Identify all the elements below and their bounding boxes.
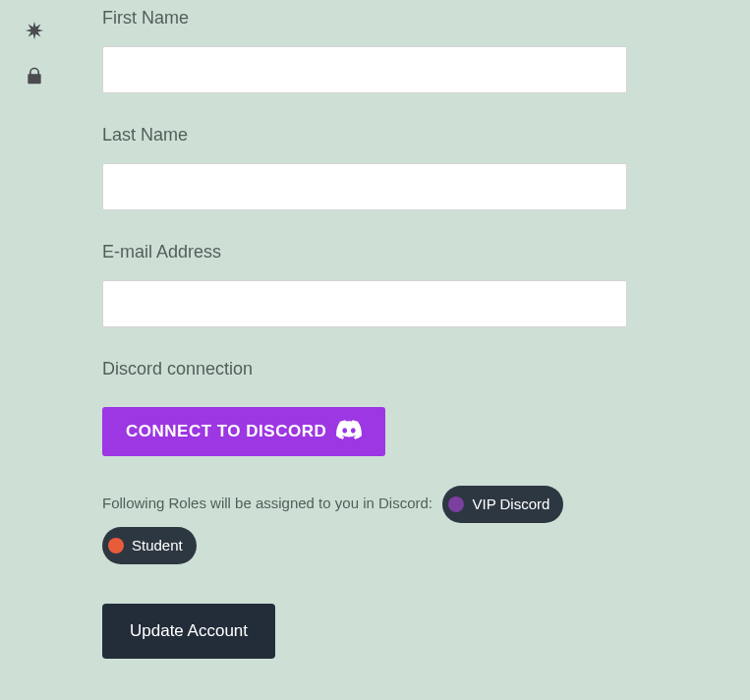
connect-discord-button[interactable]: CONNECT TO DISCORD <box>102 407 385 456</box>
role-dot <box>448 496 464 512</box>
connect-discord-label: CONNECT TO DISCORD <box>126 422 326 441</box>
role-pill-vip: VIP Discord <box>442 486 563 523</box>
roles-info: Following Roles will be assigned to you … <box>102 484 627 566</box>
role-pill-student: Student <box>102 527 197 564</box>
role-label: Student <box>132 531 183 560</box>
sidebar <box>0 0 69 98</box>
last-name-label: Last Name <box>102 125 627 146</box>
discord-icon <box>336 420 362 444</box>
lock-icon[interactable] <box>0 53 69 98</box>
update-account-button[interactable]: Update Account <box>102 604 275 659</box>
first-name-label: First Name <box>102 8 627 29</box>
account-form: First Name Last Name E-mail Address Disc… <box>102 8 627 659</box>
role-dot <box>108 538 124 554</box>
discord-section-title: Discord connection <box>102 359 627 379</box>
email-label: E-mail Address <box>102 242 627 262</box>
settings-asterisk-icon[interactable] <box>0 8 69 53</box>
last-name-input[interactable] <box>102 163 627 210</box>
first-name-input[interactable] <box>102 46 627 93</box>
roles-text: Following Roles will be assigned to you … <box>102 495 433 511</box>
role-label: VIP Discord <box>472 490 549 519</box>
email-input[interactable] <box>102 280 627 327</box>
